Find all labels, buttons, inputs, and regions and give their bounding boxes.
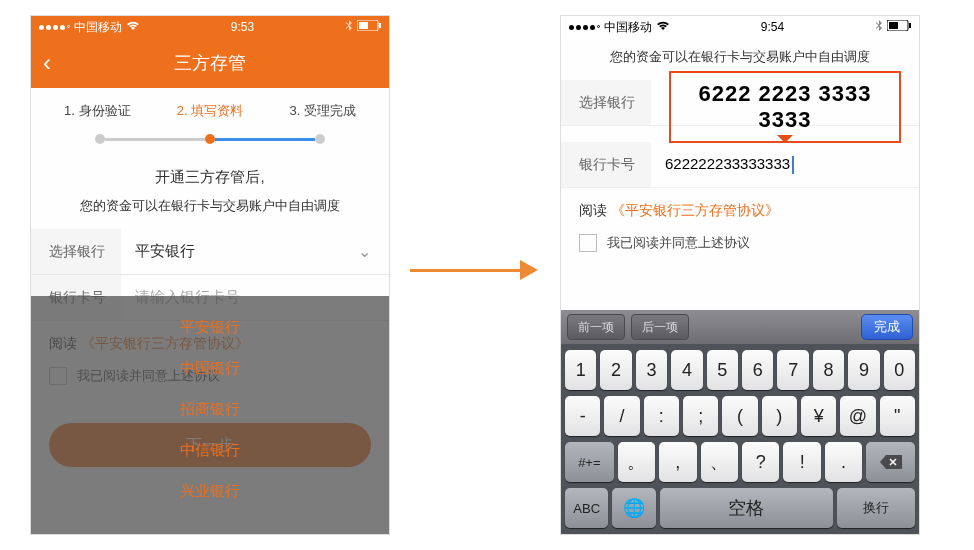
key-lparen[interactable]: ( bbox=[722, 396, 757, 436]
page-title: 三方存管 bbox=[174, 51, 246, 75]
bank-select-row[interactable]: 选择银行 平安银行 ⌄ bbox=[31, 229, 389, 275]
bank-label: 选择银行 bbox=[31, 229, 121, 274]
key-exclaim[interactable]: ! bbox=[783, 442, 820, 482]
key-question[interactable]: ? bbox=[742, 442, 779, 482]
key-quote[interactable]: " bbox=[880, 396, 915, 436]
carrier-label: 中国移动 bbox=[74, 19, 122, 36]
key-enum[interactable]: 、 bbox=[701, 442, 738, 482]
key-slash[interactable]: / bbox=[604, 396, 639, 436]
kb-done-button[interactable]: 完成 bbox=[861, 314, 913, 340]
bluetooth-icon bbox=[875, 20, 883, 35]
bank-dropdown-overlay[interactable]: 平安银行 中国银行 招商银行 中信银行 兴业银行 bbox=[31, 296, 389, 534]
battery-icon bbox=[357, 20, 381, 34]
carrier-label: 中国移动 bbox=[604, 19, 652, 36]
dropdown-option[interactable]: 平安银行 bbox=[180, 318, 240, 337]
phone-screen-left: 中国移动 9:53 ‹ 三方存管 1. 身份验证 2. 填写资料 3. 受理完成… bbox=[30, 15, 390, 535]
wifi-icon bbox=[126, 20, 140, 34]
card-input-row[interactable]: 银行卡号 622222233333333 bbox=[561, 142, 919, 188]
flow-arrow-icon bbox=[410, 260, 538, 280]
key-3[interactable]: 3 bbox=[636, 350, 667, 390]
bank-label: 选择银行 bbox=[561, 80, 651, 125]
wifi-icon bbox=[656, 20, 670, 34]
key-colon[interactable]: : bbox=[644, 396, 679, 436]
agree-checkbox-row[interactable]: 我已阅读并同意上述协议 bbox=[561, 234, 919, 270]
svg-rect-5 bbox=[889, 22, 898, 29]
card-input[interactable]: 622222233333333 bbox=[651, 155, 919, 174]
key-semicolon[interactable]: ; bbox=[683, 396, 718, 436]
read-prefix: 阅读 bbox=[579, 202, 607, 218]
progress-bar bbox=[31, 128, 389, 162]
text-cursor bbox=[792, 156, 794, 174]
key-at[interactable]: @ bbox=[840, 396, 875, 436]
step-indicator: 1. 身份验证 2. 填写资料 3. 受理完成 bbox=[31, 88, 389, 128]
key-2[interactable]: 2 bbox=[600, 350, 631, 390]
phone-screen-right: 中国移动 9:54 您的资金可以在银行卡与交易账户中自由调度 选择银行 6222… bbox=[560, 15, 920, 535]
svg-rect-1 bbox=[379, 23, 381, 28]
key-6[interactable]: 6 bbox=[742, 350, 773, 390]
back-button[interactable]: ‹ bbox=[43, 49, 51, 77]
info-text-1: 开通三方存管后, bbox=[31, 162, 389, 193]
dropdown-option[interactable]: 兴业银行 bbox=[180, 482, 240, 501]
status-bar: 中国移动 9:54 bbox=[561, 16, 919, 38]
nav-header: ‹ 三方存管 bbox=[31, 38, 389, 88]
key-1[interactable]: 1 bbox=[565, 350, 596, 390]
key-5[interactable]: 5 bbox=[707, 350, 738, 390]
key-0[interactable]: 0 bbox=[884, 350, 915, 390]
key-comma[interactable]: , bbox=[659, 442, 696, 482]
bank-row: 选择银行 6222 2223 3333 3333 bbox=[561, 80, 919, 126]
key-8[interactable]: 8 bbox=[813, 350, 844, 390]
svg-rect-4 bbox=[909, 23, 911, 28]
agree-checkbox[interactable] bbox=[579, 234, 597, 252]
signal-dots-icon bbox=[39, 25, 70, 30]
key-yen[interactable]: ¥ bbox=[801, 396, 836, 436]
dropdown-option[interactable]: 中国银行 bbox=[180, 359, 240, 378]
step-1: 1. 身份验证 bbox=[64, 102, 130, 120]
key-4[interactable]: 4 bbox=[671, 350, 702, 390]
step-2: 2. 填写资料 bbox=[177, 102, 243, 120]
battery-icon bbox=[887, 20, 911, 34]
dropdown-option[interactable]: 招商银行 bbox=[180, 400, 240, 419]
key-return[interactable]: 换行 bbox=[837, 488, 915, 528]
key-abc[interactable]: ABC bbox=[565, 488, 608, 528]
keyboard: 1 2 3 4 5 6 7 8 9 0 - / : ; ( ) ¥ @ " bbox=[561, 344, 919, 534]
key-period-cn[interactable]: 。 bbox=[618, 442, 655, 482]
key-backspace[interactable] bbox=[866, 442, 915, 482]
key-globe[interactable]: 🌐 bbox=[612, 488, 655, 528]
key-9[interactable]: 9 bbox=[848, 350, 879, 390]
clock-label: 9:54 bbox=[761, 20, 784, 34]
agreement-line: 阅读 《平安银行三方存管协议》 bbox=[561, 188, 919, 234]
svg-rect-2 bbox=[359, 22, 368, 29]
key-period[interactable]: . bbox=[825, 442, 862, 482]
bank-value: 平安银行 bbox=[121, 242, 358, 261]
agreement-link[interactable]: 《平安银行三方存管协议》 bbox=[611, 202, 779, 218]
step-3: 3. 受理完成 bbox=[289, 102, 355, 120]
key-rparen[interactable]: ) bbox=[762, 396, 797, 436]
bluetooth-icon bbox=[345, 20, 353, 35]
clock-label: 9:53 bbox=[231, 20, 254, 34]
dropdown-option[interactable]: 中信银行 bbox=[180, 441, 240, 460]
status-bar: 中国移动 9:53 bbox=[31, 16, 389, 38]
key-symbols[interactable]: #+= bbox=[565, 442, 614, 482]
key-7[interactable]: 7 bbox=[777, 350, 808, 390]
info-text-2: 您的资金可以在银行卡与交易账户中自由调度 bbox=[31, 193, 389, 229]
card-input-value: 622222233333333 bbox=[665, 155, 790, 172]
kb-next-button[interactable]: 后一项 bbox=[631, 314, 689, 340]
card-label: 银行卡号 bbox=[561, 142, 651, 187]
keyboard-toolbar: 前一项 后一项 完成 bbox=[561, 310, 919, 344]
agree-text: 我已阅读并同意上述协议 bbox=[607, 234, 750, 252]
key-space[interactable]: 空格 bbox=[660, 488, 833, 528]
signal-dots-icon bbox=[569, 25, 600, 30]
key-dash[interactable]: - bbox=[565, 396, 600, 436]
card-number-tooltip: 6222 2223 3333 3333 bbox=[669, 71, 901, 143]
kb-prev-button[interactable]: 前一项 bbox=[567, 314, 625, 340]
chevron-down-icon: ⌄ bbox=[358, 242, 389, 261]
